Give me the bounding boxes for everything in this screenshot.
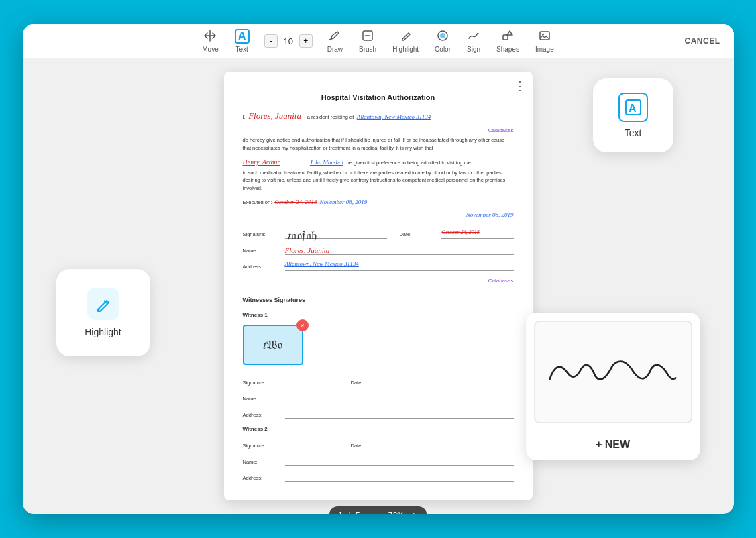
signature-display — [534, 321, 692, 423]
toolbar-tools: Move A Text - 10 + Draw — [36, 26, 720, 56]
witness2-name-line: Name: — [243, 455, 514, 466]
executed-line: Executed on: October 24, 2018 November 0… — [243, 198, 514, 207]
shapes-icon — [502, 30, 514, 44]
page-total: 5 — [356, 510, 360, 514]
date-label: Date: — [399, 231, 436, 238]
tool-shapes[interactable]: Shapes — [490, 27, 526, 56]
tool-brush[interactable]: Brush — [352, 27, 383, 56]
document-wrapper: ⋮ Hospital Visitation Authorization I, F… — [224, 72, 533, 500]
overlay-city: Calabasas — [488, 127, 514, 133]
highlight-floating-panel: Highlight — [56, 269, 150, 356]
signature-floating-panel: + NEW — [526, 313, 700, 460]
font-dec-btn[interactable]: - — [264, 34, 278, 48]
name-label: Name: — [243, 247, 280, 254]
witness1-sig-line: Signature: Date: — [243, 376, 514, 386]
zoom-level: 73% — [388, 510, 404, 514]
draw-icon — [329, 30, 341, 44]
witness1-sig-box: × 𝑡𝔚𝔬 — [243, 325, 303, 365]
cancel-button[interactable]: CANCEL — [685, 36, 720, 46]
overlay-name2: Henry, Arthur — [243, 158, 280, 166]
svg-rect-6 — [540, 32, 549, 40]
image-label: Image — [535, 46, 554, 53]
font-inc-btn[interactable]: + — [299, 34, 313, 48]
body-text-2: in such medical or treatment facility, w… — [243, 169, 514, 193]
witness1-name-line: Name: — [243, 392, 514, 402]
overlay-address-top: Allantown, New Mexico 31134 — [357, 113, 431, 120]
sig-underline: 𝑡𝔞𝔬𝔣𝔞𝔥 — [285, 228, 388, 239]
shapes-label: Shapes — [496, 46, 519, 53]
sig-address-row: Address: Allantown, New Mexico 31134 — [243, 260, 514, 271]
signature-area: Signature: 𝑡𝔞𝔬𝔣𝔞𝔥 Date: October 24, 2018… — [243, 228, 514, 285]
witness2-label: Witness 2 — [243, 425, 514, 433]
text-icon: A — [235, 29, 250, 44]
signature-preview-svg — [543, 349, 683, 396]
text-tool-label: Text — [236, 46, 248, 53]
app-container: Move A Text - 10 + Draw — [23, 24, 734, 514]
zoom-dec-btn[interactable]: — — [371, 510, 383, 514]
sign-label: Sign — [467, 46, 480, 53]
main-content: Highlight ⋮ Hospital Visitation Authoriz… — [23, 58, 734, 514]
tool-text[interactable]: A Text — [228, 26, 256, 56]
overlay-date4: October 24, 2018 — [441, 229, 479, 237]
image-icon — [539, 30, 551, 44]
brush-label: Brush — [359, 46, 376, 53]
zoom-inc-btn[interactable]: + — [410, 510, 418, 514]
witnesses-section: Witnesses Signatures Witness 1 × 𝑡𝔚𝔬 Sig… — [243, 296, 514, 482]
sig-signature-row: Signature: 𝑡𝔞𝔬𝔣𝔞𝔥 Date: October 24, 2018 — [243, 228, 514, 239]
witness1-address-line: Address: — [243, 408, 514, 419]
sig-name-row: Name: Flores, Juanita — [243, 244, 514, 255]
tool-color[interactable]: Color — [428, 27, 457, 56]
svg-rect-8 — [97, 309, 101, 311]
overlay-date2: November 08, 2019 — [320, 198, 368, 207]
tool-image[interactable]: Image — [529, 27, 561, 56]
overlay-date1: October 24, 2018 — [274, 198, 317, 207]
pagination: 1 / 5 — 73% + — [329, 506, 427, 514]
overlay-date3: November 08, 2019 — [466, 211, 514, 218]
tool-move[interactable]: Move — [195, 27, 225, 56]
svg-rect-4 — [503, 35, 508, 40]
sig-address: Allantown, New Mexico 31134 — [285, 260, 359, 269]
page-separator: / — [348, 510, 350, 514]
name-underline: Flores, Juanita — [285, 244, 514, 255]
sig-city: Calabasas — [488, 278, 514, 284]
toolbar: Move A Text - 10 + Draw — [23, 24, 734, 58]
svg-point-3 — [440, 33, 445, 38]
font-size-control: - 10 + — [264, 34, 313, 48]
color-label: Color — [435, 46, 451, 53]
text-floating-panel: A Text — [593, 78, 673, 152]
witness2-address-line: Address: — [243, 471, 514, 482]
witness1-label: Witness 1 — [243, 311, 514, 319]
svg-marker-5 — [507, 31, 512, 35]
highlight-tool-label: Highlight — [392, 46, 419, 53]
highlight-panel-icon — [87, 288, 119, 320]
witness1-delete-btn[interactable]: × — [296, 319, 309, 331]
tool-highlight[interactable]: Highlight — [386, 27, 425, 56]
date-underline: October 24, 2018 — [441, 228, 513, 239]
overlay-name: Flores, Juanita — [248, 111, 301, 121]
sig-label: Signature: — [243, 231, 280, 238]
move-icon — [204, 30, 216, 44]
draw-label: Draw — [327, 46, 343, 53]
move-label: Move — [202, 46, 218, 53]
svg-point-7 — [542, 33, 544, 35]
highlight-panel-label: Highlight — [85, 327, 121, 337]
text-panel-icon: A — [618, 93, 648, 122]
color-icon — [437, 30, 449, 44]
tool-sign[interactable]: Sign — [460, 27, 487, 56]
sig-name: Flores, Juanita — [285, 247, 330, 254]
highlight-icon — [400, 30, 412, 44]
overlay-name3: John Marshal — [310, 159, 343, 166]
tool-draw[interactable]: Draw — [321, 27, 349, 56]
page-current: 1 — [338, 510, 343, 514]
document-content: Hospital Visitation Authorization I, Flo… — [224, 72, 533, 500]
witness2-sig-line: Signature: Date: — [243, 439, 514, 449]
witnesses-title: Witnesses Signatures — [243, 296, 514, 305]
document-menu-button[interactable]: ⋮ — [514, 78, 526, 93]
address-label: Address: — [243, 263, 280, 270]
brush-icon — [362, 30, 374, 44]
new-signature-button[interactable]: + NEW — [526, 429, 700, 460]
body-text-1: do hereby give notice and authorization … — [243, 136, 514, 152]
text-panel-label: Text — [625, 127, 642, 138]
address-underline: Allantown, New Mexico 31134 — [285, 260, 514, 271]
document-title: Hospital Visitation Authorization — [243, 92, 514, 103]
